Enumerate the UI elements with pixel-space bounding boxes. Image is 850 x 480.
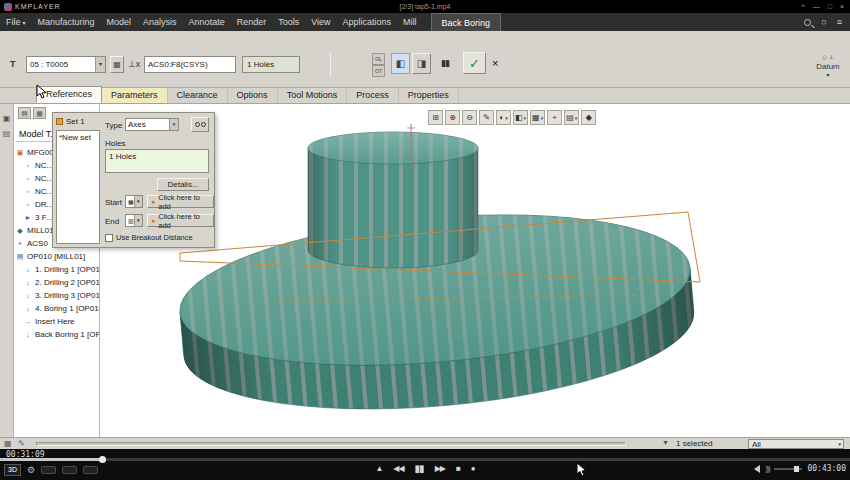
preset-pill[interactable] (41, 466, 56, 474)
tree-item-boring1[interactable]: ↓4. Boring 1 [OP010] (16, 302, 99, 315)
type-select[interactable]: Axes ▾ (125, 118, 179, 131)
chevron-down-icon[interactable]: ▾ (169, 119, 178, 130)
aspect-pill[interactable] (83, 466, 98, 474)
part-hub-cylinder[interactable] (308, 132, 478, 268)
output-cl-toggle[interactable]: OL (372, 53, 385, 65)
tool-select[interactable]: 05 : T0005 ▾ (26, 56, 106, 73)
selection-count: 1 selected (676, 439, 712, 448)
saved-views-button[interactable]: ▤▾ (564, 110, 579, 125)
accept-button[interactable]: ✓ (463, 52, 486, 74)
chevron-down-icon[interactable]: ▾ (826, 71, 829, 80)
start-depth-select[interactable]: ▦ ▾ (125, 195, 143, 208)
start-add-button[interactable]: ● Click here to add (147, 195, 214, 208)
details-button[interactable]: Details... (157, 178, 209, 191)
tab-process[interactable]: Process (347, 88, 399, 103)
filter-select[interactable]: All ▾ (748, 439, 844, 449)
filter-icon[interactable]: ▼ (662, 439, 669, 446)
chevron-down-icon: ▾ (541, 115, 544, 121)
menu-annotate[interactable]: Annotate (183, 13, 231, 31)
menu-model[interactable]: Model (101, 13, 138, 31)
chevron-down-icon[interactable]: ▾ (836, 441, 843, 447)
volume-knob[interactable] (794, 466, 799, 472)
tree-item-drilling3[interactable]: ↓3. Drilling 3 [OP010] (16, 289, 99, 302)
tab-parameters[interactable]: Parameters (102, 88, 168, 103)
tab-back-boring[interactable]: Back Boring (431, 13, 502, 31)
menu-mill[interactable]: Mill (397, 13, 423, 31)
spin-center-button[interactable]: + (547, 110, 562, 125)
stop-button[interactable]: ■ (456, 464, 460, 473)
preview-eyeglasses-button[interactable] (191, 117, 209, 132)
display-style-button[interactable]: ◧▾ (513, 110, 528, 125)
3d-mode-badge[interactable]: 3D (4, 464, 21, 476)
csys-select[interactable]: ACS0:F8(CSYS) (144, 56, 236, 73)
end-depth-select[interactable]: ▥ ▾ (125, 214, 143, 227)
search-icon[interactable] (804, 19, 811, 26)
toolpath-display-button[interactable]: ◧ (391, 53, 410, 74)
repaint-button[interactable]: ✎ (479, 110, 494, 125)
menu-manufacturing[interactable]: Manufacturing (32, 13, 101, 31)
circle-icon[interactable]: ○ (821, 17, 826, 27)
set-list: *New set (56, 130, 100, 244)
seekbar[interactable] (0, 458, 850, 461)
zoom-in-button[interactable]: ⊕ (445, 110, 460, 125)
chevron-down-icon[interactable]: ▾ (95, 57, 105, 72)
tree-item-op010[interactable]: ▤OP010 [MILL01] (16, 250, 99, 263)
datum-icons[interactable]: ◇ ⊥ (822, 53, 834, 62)
breakout-checkbox[interactable] (105, 234, 113, 242)
holes-collector-field[interactable]: 1 Holes (242, 56, 300, 73)
grid-icon[interactable]: ▦ (4, 439, 12, 448)
tree-item-insert-here[interactable]: →Insert Here (16, 315, 99, 328)
menu-tools[interactable]: Tools (272, 13, 305, 31)
end-add-button[interactable]: ● Click here to add (147, 214, 214, 227)
titlebar: KMPLAYER [2/3] tap5-1.mp4 ^ — □ × (0, 0, 850, 13)
volume-slider[interactable] (774, 468, 802, 470)
tab-properties[interactable]: Properties (399, 88, 459, 103)
refit-button[interactable]: ⊞ (428, 110, 443, 125)
seek-knob[interactable] (99, 456, 106, 463)
tab-tool-motions[interactable]: Tool Motions (278, 88, 348, 103)
volume-icon[interactable] (754, 465, 760, 473)
view-manager-button[interactable]: ◆ (581, 110, 596, 125)
cancel-button[interactable]: × (492, 57, 498, 69)
pause-button[interactable]: ▮▮ (415, 463, 424, 474)
chevron-down-icon[interactable]: ▾ (134, 215, 142, 226)
maximize-icon[interactable]: □ (828, 3, 832, 10)
hamburger-menu-icon[interactable]: ≡ (837, 17, 842, 27)
tab-options[interactable]: Options (228, 88, 278, 103)
tool-icon: T (10, 59, 16, 69)
output-ot-toggle[interactable]: OT (372, 65, 385, 77)
tool-settings-button[interactable]: ▦ (110, 56, 124, 73)
set-list-item-new[interactable]: *New set (59, 133, 97, 142)
next-button[interactable]: ▶▶ (435, 464, 445, 473)
menu-view[interactable]: View (305, 13, 336, 31)
layer-tab-icon[interactable]: ▦ (33, 107, 46, 119)
close-icon[interactable]: × (840, 3, 844, 10)
tree-item-back-boring[interactable]: ↓Back Boring 1 [OP010] (16, 328, 99, 341)
layers-icon[interactable]: ▤ (3, 129, 11, 138)
minimize-icon[interactable]: — (813, 3, 820, 10)
pause-feature-button[interactable]: ▮▮ (441, 58, 449, 68)
eject-button[interactable]: ▲ (375, 464, 382, 473)
menu-file[interactable]: File ▾ (0, 13, 32, 31)
holes-listbox[interactable]: 1 Holes (105, 149, 209, 173)
tree-tab-icon[interactable]: ▤ (18, 107, 31, 119)
menu-applications[interactable]: Applications (337, 13, 398, 31)
zoom-out-button[interactable]: ⊖ (462, 110, 477, 125)
collapse-icon[interactable]: ^ (801, 3, 804, 10)
insert-arrow-icon: → (24, 318, 32, 325)
shading-style-button[interactable]: ◐▾ (496, 110, 511, 125)
gear-icon[interactable]: ⚙ (27, 465, 35, 475)
menu-render[interactable]: Render (231, 13, 273, 31)
datum-display-button[interactable]: ▦▾ (530, 110, 545, 125)
repaint-icon[interactable]: ✎ (18, 439, 25, 448)
chevron-down-icon[interactable]: ▾ (134, 196, 142, 207)
folder-icon[interactable]: ▣ (3, 114, 11, 123)
tree-item-drilling1[interactable]: ↓1. Drilling 1 [OP010] (16, 263, 99, 276)
tree-item-drilling2[interactable]: ↓2. Drilling 2 [OP010] (16, 276, 99, 289)
record-button[interactable]: ● (471, 464, 475, 473)
menu-analysis[interactable]: Analysis (137, 13, 183, 31)
previous-button[interactable]: ◀◀ (393, 464, 403, 473)
gouge-check-button[interactable]: ◨ (412, 53, 431, 74)
mode-pill[interactable] (62, 466, 77, 474)
tab-clearance[interactable]: Clearance (168, 88, 228, 103)
